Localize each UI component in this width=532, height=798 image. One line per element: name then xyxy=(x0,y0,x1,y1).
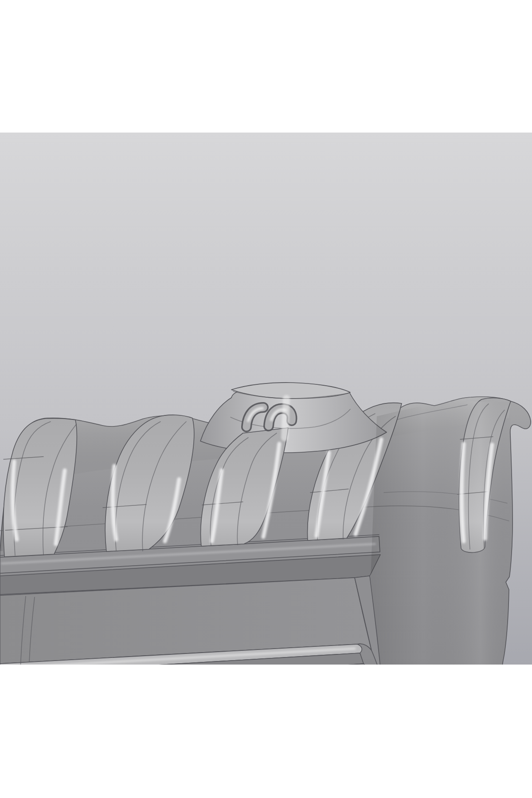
tank-model xyxy=(0,383,531,665)
tank-render-svg xyxy=(0,133,532,665)
white-letterbox-top xyxy=(0,0,532,133)
cad-render-viewport xyxy=(0,133,532,665)
screenshot-root xyxy=(0,0,532,798)
white-letterbox-bottom xyxy=(0,665,532,798)
right-face-shade xyxy=(371,401,512,665)
